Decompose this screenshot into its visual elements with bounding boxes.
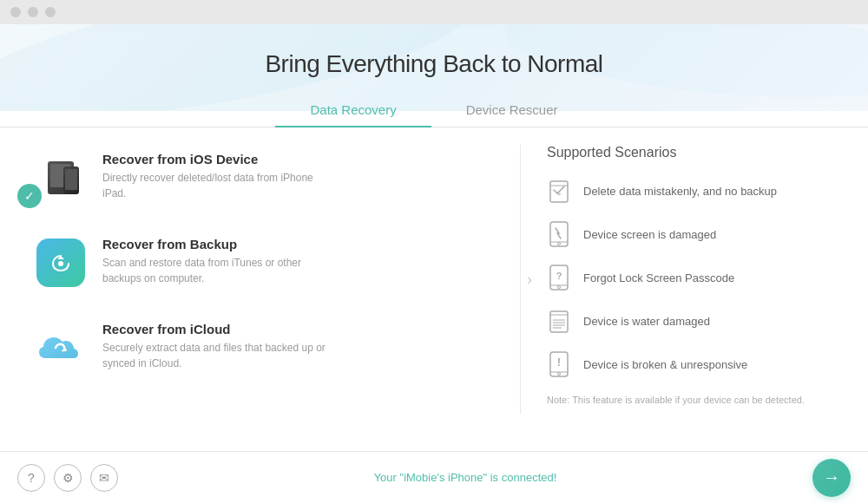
delete-data-icon: + — [547, 176, 571, 206]
icloud-text: Recover from iCloud Securely extract dat… — [102, 322, 328, 371]
tab-device-rescuer[interactable]: Device Rescuer — [431, 94, 593, 127]
scenario-item: + Delete data mistakenly, and no backup — [547, 176, 816, 206]
ios-device-icon — [35, 152, 87, 204]
icloud-graphic — [36, 323, 85, 372]
scenario-text: Device screen is damaged — [583, 228, 716, 241]
tabs-container: Data Recovery Device Rescuer — [0, 94, 868, 127]
list-item[interactable]: Recover from Backup Scan and restore dat… — [35, 230, 494, 296]
list-item[interactable]: Recover from iOS Device Directly recover… — [35, 145, 494, 211]
scenario-item: ? Forgot Lock Screen Passcode — [547, 263, 816, 292]
minimize-button[interactable] — [28, 7, 38, 17]
settings-button[interactable]: ⚙ — [54, 464, 82, 492]
left-panel: ✓ Recover from iOS Device Directly recov… — [35, 145, 521, 414]
passcode-icon: ? — [547, 263, 571, 292]
content-area: ✓ Recover from iOS Device Directly recov… — [0, 127, 868, 431]
scenario-item: Device is water damaged — [547, 306, 816, 336]
water-damaged-icon — [547, 306, 571, 336]
svg-text:?: ? — [556, 271, 562, 281]
tab-data-recovery[interactable]: Data Recovery — [275, 94, 431, 127]
main-content: Bring Everything Back to Normal Data Rec… — [0, 24, 868, 451]
main-title: Bring Everything Back to Normal — [0, 50, 868, 78]
broken-icon: ! — [547, 349, 571, 379]
scenarios-title: Supported Scenarios — [547, 145, 816, 160]
panel-arrow-icon: › — [527, 271, 532, 289]
screen-damaged-icon — [547, 219, 571, 249]
scenarios-note: Note: This feature is available if your … — [547, 393, 816, 408]
title-bar — [0, 0, 868, 24]
scenario-item: Device screen is damaged — [547, 219, 816, 249]
scenario-item: ! Device is broken & unresponsive — [547, 349, 816, 379]
bottom-bar: ? ⚙ ✉ Your "iMobie's iPhone" is connecte… — [0, 451, 868, 503]
backup-text: Recover from Backup Scan and restore dat… — [102, 237, 328, 286]
svg-point-0 — [58, 261, 63, 266]
list-item[interactable]: Recover from iCloud Securely extract dat… — [35, 315, 494, 381]
bottom-icons: ? ⚙ ✉ — [17, 464, 118, 492]
backup-icon — [35, 237, 87, 289]
icloud-icon — [35, 322, 87, 374]
scenario-text: Device is water damaged — [583, 315, 710, 328]
selected-indicator: ✓ — [17, 184, 42, 208]
scenario-text: Forgot Lock Screen Passcode — [583, 271, 734, 284]
backup-icon-graphic — [36, 238, 85, 287]
right-panel: Supported Scenarios + Delete data mistak… — [521, 145, 816, 414]
ios-device-text: Recover from iOS Device Directly recover… — [102, 152, 328, 201]
header: Bring Everything Back to Normal Data Rec… — [0, 24, 868, 127]
help-button[interactable]: ? — [17, 464, 45, 492]
scenario-text: Device is broken & unresponsive — [583, 358, 747, 371]
close-button[interactable] — [10, 7, 21, 17]
iphone-graphic — [63, 167, 79, 194]
maximize-button[interactable] — [45, 7, 56, 17]
status-text: Your "iMobie's iPhone" is connected! — [118, 471, 812, 484]
svg-text:!: ! — [557, 356, 561, 369]
mail-button[interactable]: ✉ — [90, 464, 118, 492]
scenario-text: Delete data mistakenly, and no backup — [583, 185, 777, 198]
next-button[interactable]: → — [812, 459, 851, 497]
